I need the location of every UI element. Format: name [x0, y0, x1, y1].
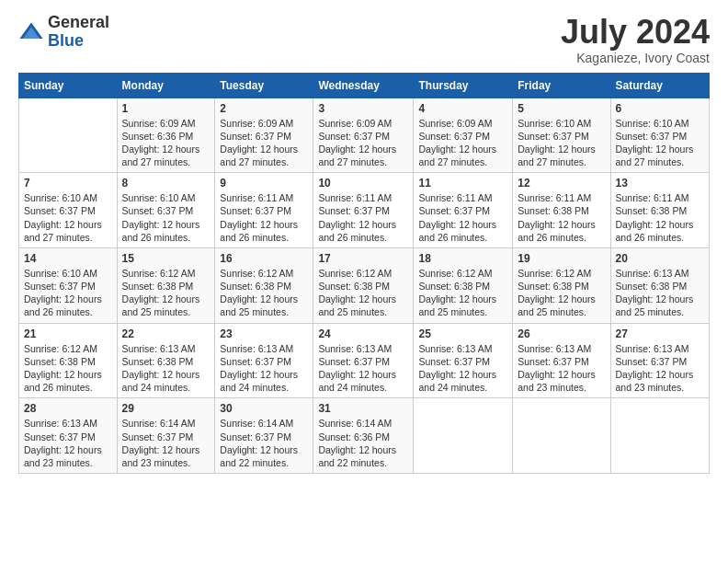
- table-row: 2Sunrise: 6:09 AMSunset: 6:37 PMDaylight…: [215, 98, 313, 173]
- table-row: 25Sunrise: 6:13 AMSunset: 6:37 PMDayligh…: [414, 323, 513, 398]
- table-row: 4Sunrise: 6:09 AMSunset: 6:37 PMDaylight…: [414, 98, 513, 173]
- day-info: Sunrise: 6:11 AMSunset: 6:38 PMDaylight:…: [518, 191, 605, 244]
- logo-general: General: [48, 14, 109, 32]
- table-row: 19Sunrise: 6:12 AMSunset: 6:38 PMDayligh…: [513, 247, 610, 323]
- table-row: [513, 398, 610, 474]
- day-info: Sunrise: 6:11 AMSunset: 6:37 PMDaylight:…: [318, 191, 408, 244]
- day-info: Sunrise: 6:10 AMSunset: 6:37 PMDaylight:…: [24, 191, 112, 244]
- day-info: Sunrise: 6:13 AMSunset: 6:37 PMDaylight:…: [24, 417, 112, 469]
- table-row: 28Sunrise: 6:13 AMSunset: 6:37 PMDayligh…: [19, 398, 118, 474]
- day-number: 2: [220, 102, 308, 115]
- day-info: Sunrise: 6:11 AMSunset: 6:38 PMDaylight:…: [616, 191, 705, 244]
- calendar-row: 21Sunrise: 6:12 AMSunset: 6:38 PMDayligh…: [19, 323, 710, 398]
- header-tuesday: Tuesday: [215, 73, 313, 98]
- logo-icon: [18, 19, 44, 45]
- header-friday: Friday: [513, 73, 610, 98]
- day-number: 7: [24, 177, 112, 190]
- day-info: Sunrise: 6:14 AMSunset: 6:37 PMDaylight:…: [220, 417, 308, 469]
- table-row: 29Sunrise: 6:14 AMSunset: 6:37 PMDayligh…: [117, 398, 215, 474]
- day-number: 26: [518, 327, 605, 340]
- day-info: Sunrise: 6:11 AMSunset: 6:37 PMDaylight:…: [418, 191, 507, 244]
- day-number: 30: [220, 402, 308, 415]
- day-number: 27: [616, 327, 705, 340]
- day-info: Sunrise: 6:10 AMSunset: 6:37 PMDaylight:…: [616, 117, 705, 169]
- day-info: Sunrise: 6:13 AMSunset: 6:37 PMDaylight:…: [318, 342, 408, 395]
- day-number: 18: [418, 252, 507, 265]
- table-row: 9Sunrise: 6:11 AMSunset: 6:37 PMDaylight…: [215, 173, 313, 248]
- title-block: July 2024 Kaganieze, Ivory Coast: [561, 14, 710, 65]
- calendar-row: 14Sunrise: 6:10 AMSunset: 6:37 PMDayligh…: [19, 247, 710, 323]
- table-row: [610, 398, 710, 474]
- table-row: 30Sunrise: 6:14 AMSunset: 6:37 PMDayligh…: [215, 398, 313, 474]
- table-row: 7Sunrise: 6:10 AMSunset: 6:37 PMDaylight…: [19, 173, 118, 248]
- subtitle: Kaganieze, Ivory Coast: [561, 51, 710, 65]
- table-row: 3Sunrise: 6:09 AMSunset: 6:37 PMDaylight…: [313, 98, 414, 173]
- table-row: 26Sunrise: 6:13 AMSunset: 6:37 PMDayligh…: [513, 323, 610, 398]
- day-info: Sunrise: 6:10 AMSunset: 6:37 PMDaylight:…: [122, 191, 210, 244]
- day-number: 13: [616, 177, 705, 190]
- header: General Blue July 2024 Kaganieze, Ivory …: [18, 14, 710, 65]
- table-row: 17Sunrise: 6:12 AMSunset: 6:38 PMDayligh…: [313, 247, 414, 323]
- logo: General Blue: [18, 14, 109, 51]
- day-number: 25: [418, 327, 507, 340]
- table-row: 5Sunrise: 6:10 AMSunset: 6:37 PMDaylight…: [513, 98, 610, 173]
- day-info: Sunrise: 6:13 AMSunset: 6:38 PMDaylight:…: [616, 267, 705, 319]
- day-info: Sunrise: 6:12 AMSunset: 6:38 PMDaylight:…: [318, 267, 408, 319]
- table-row: 24Sunrise: 6:13 AMSunset: 6:37 PMDayligh…: [313, 323, 414, 398]
- header-saturday: Saturday: [610, 73, 710, 98]
- day-info: Sunrise: 6:10 AMSunset: 6:37 PMDaylight:…: [24, 267, 112, 319]
- day-info: Sunrise: 6:13 AMSunset: 6:37 PMDaylight:…: [616, 342, 705, 395]
- table-row: 20Sunrise: 6:13 AMSunset: 6:38 PMDayligh…: [610, 247, 710, 323]
- day-number: 22: [122, 327, 210, 340]
- day-info: Sunrise: 6:12 AMSunset: 6:38 PMDaylight:…: [24, 342, 112, 395]
- day-info: Sunrise: 6:09 AMSunset: 6:37 PMDaylight:…: [318, 117, 408, 169]
- calendar-table: Sunday Monday Tuesday Wednesday Thursday…: [18, 73, 710, 474]
- day-number: 9: [220, 177, 308, 190]
- day-info: Sunrise: 6:14 AMSunset: 6:36 PMDaylight:…: [318, 417, 408, 469]
- day-info: Sunrise: 6:11 AMSunset: 6:37 PMDaylight:…: [220, 191, 308, 244]
- day-number: 4: [418, 102, 507, 115]
- day-number: 19: [518, 252, 605, 265]
- day-number: 23: [220, 327, 308, 340]
- table-row: [19, 98, 118, 173]
- day-number: 6: [616, 102, 705, 115]
- table-row: 13Sunrise: 6:11 AMSunset: 6:38 PMDayligh…: [610, 173, 710, 248]
- calendar-header-row: Sunday Monday Tuesday Wednesday Thursday…: [19, 73, 710, 98]
- table-row: 8Sunrise: 6:10 AMSunset: 6:37 PMDaylight…: [117, 173, 215, 248]
- day-info: Sunrise: 6:14 AMSunset: 6:37 PMDaylight:…: [122, 417, 210, 469]
- table-row: [414, 398, 513, 474]
- page: General Blue July 2024 Kaganieze, Ivory …: [0, 0, 728, 563]
- calendar-row: 28Sunrise: 6:13 AMSunset: 6:37 PMDayligh…: [19, 398, 710, 474]
- day-number: 5: [518, 102, 605, 115]
- table-row: 6Sunrise: 6:10 AMSunset: 6:37 PMDaylight…: [610, 98, 710, 173]
- day-number: 29: [122, 402, 210, 415]
- table-row: 18Sunrise: 6:12 AMSunset: 6:38 PMDayligh…: [414, 247, 513, 323]
- day-number: 15: [122, 252, 210, 265]
- day-number: 17: [318, 252, 408, 265]
- calendar-row: 7Sunrise: 6:10 AMSunset: 6:37 PMDaylight…: [19, 173, 710, 248]
- day-number: 1: [122, 102, 210, 115]
- header-sunday: Sunday: [19, 73, 118, 98]
- day-number: 14: [24, 252, 112, 265]
- day-number: 16: [220, 252, 308, 265]
- day-info: Sunrise: 6:13 AMSunset: 6:38 PMDaylight:…: [122, 342, 210, 395]
- table-row: 14Sunrise: 6:10 AMSunset: 6:37 PMDayligh…: [19, 247, 118, 323]
- table-row: 31Sunrise: 6:14 AMSunset: 6:36 PMDayligh…: [313, 398, 414, 474]
- header-wednesday: Wednesday: [313, 73, 414, 98]
- day-info: Sunrise: 6:09 AMSunset: 6:36 PMDaylight:…: [122, 117, 210, 169]
- logo-blue: Blue: [48, 32, 109, 51]
- main-title: July 2024: [561, 14, 710, 51]
- table-row: 21Sunrise: 6:12 AMSunset: 6:38 PMDayligh…: [19, 323, 118, 398]
- day-info: Sunrise: 6:12 AMSunset: 6:38 PMDaylight:…: [122, 267, 210, 319]
- day-number: 24: [318, 327, 408, 340]
- logo-text: General Blue: [48, 14, 109, 51]
- table-row: 11Sunrise: 6:11 AMSunset: 6:37 PMDayligh…: [414, 173, 513, 248]
- table-row: 15Sunrise: 6:12 AMSunset: 6:38 PMDayligh…: [117, 247, 215, 323]
- day-info: Sunrise: 6:13 AMSunset: 6:37 PMDaylight:…: [518, 342, 605, 395]
- table-row: 10Sunrise: 6:11 AMSunset: 6:37 PMDayligh…: [313, 173, 414, 248]
- day-info: Sunrise: 6:09 AMSunset: 6:37 PMDaylight:…: [220, 117, 308, 169]
- day-number: 31: [318, 402, 408, 415]
- day-number: 20: [616, 252, 705, 265]
- day-number: 3: [318, 102, 408, 115]
- day-number: 28: [24, 402, 112, 415]
